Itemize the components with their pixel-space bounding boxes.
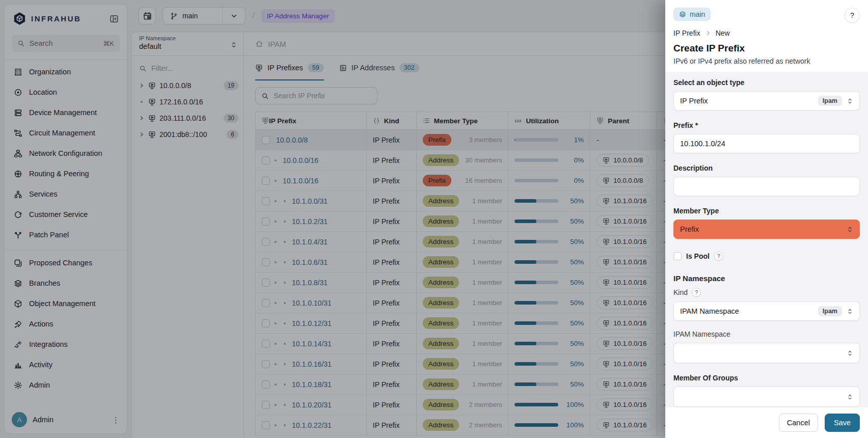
- ipam-namespace-label: IPAM Namespace: [673, 330, 860, 338]
- is-pool-label: Is Pool: [686, 252, 710, 260]
- save-button[interactable]: Save: [825, 414, 860, 432]
- kind-help-icon[interactable]: ?: [692, 288, 701, 297]
- drawer-subtitle: IPv6 or IPv4 prefix also referred as net…: [673, 57, 860, 65]
- drawer-header: main ? IP Prefix New Create IP Prefix IP…: [665, 0, 868, 72]
- object-type-value: IP Prefix: [680, 97, 708, 105]
- prefix-label: Prefix *: [673, 121, 860, 129]
- branch-badge-label: main: [690, 10, 705, 18]
- ipam-namespace-select[interactable]: [673, 343, 860, 363]
- cancel-button[interactable]: Cancel: [779, 414, 818, 432]
- updown-chevron-icon: [847, 98, 853, 104]
- drawer-footer: Cancel Save: [665, 407, 868, 438]
- branch-badge: main: [673, 8, 711, 21]
- breadcrumb-new: New: [716, 29, 730, 37]
- updown-chevron-icon: [847, 394, 853, 400]
- ip-namespace-section-title: IP Namespace: [673, 274, 860, 283]
- object-type-select[interactable]: IP Prefix Ipam: [673, 91, 860, 111]
- prefix-input[interactable]: 10.100.1.0/24: [673, 134, 860, 153]
- kind-label: Kind: [673, 288, 688, 296]
- help-button[interactable]: ?: [845, 8, 860, 23]
- prefix-input-value: 10.100.1.0/24: [680, 140, 725, 148]
- description-label: Description: [673, 164, 860, 172]
- is-pool-help-icon[interactable]: ?: [714, 252, 723, 261]
- ipam-kind-badge: Ipam: [818, 96, 842, 106]
- create-ip-prefix-drawer: main ? IP Prefix New Create IP Prefix IP…: [665, 0, 868, 438]
- drawer-title: Create IP Prefix: [673, 43, 860, 54]
- member-of-groups-select[interactable]: [673, 387, 860, 407]
- kind-value: IPAM Namespace: [680, 307, 739, 315]
- chevron-right-icon: [705, 30, 711, 36]
- ipam-kind-badge: Ipam: [818, 306, 842, 316]
- updown-chevron-icon: [847, 226, 853, 233]
- kind-select[interactable]: IPAM Namespace Ipam: [673, 302, 860, 321]
- breadcrumb-ip-prefix[interactable]: IP Prefix: [673, 29, 700, 37]
- member-type-value: Prefix: [680, 225, 699, 233]
- member-type-select[interactable]: Prefix: [673, 220, 860, 239]
- drawer-breadcrumb: IP Prefix New: [673, 29, 860, 37]
- is-pool-checkbox[interactable]: [673, 252, 682, 260]
- updown-chevron-icon: [847, 350, 853, 357]
- modal-backdrop[interactable]: [0, 0, 665, 438]
- layers-icon: [679, 11, 686, 18]
- member-type-label: Member Type: [673, 207, 860, 215]
- drawer-form: Select an object type IP Prefix Ipam Pre…: [665, 72, 868, 407]
- object-type-label: Select an object type: [673, 78, 860, 87]
- member-of-groups-label: Member Of Groups: [673, 374, 860, 382]
- description-input[interactable]: [673, 177, 860, 196]
- updown-chevron-icon: [847, 308, 853, 315]
